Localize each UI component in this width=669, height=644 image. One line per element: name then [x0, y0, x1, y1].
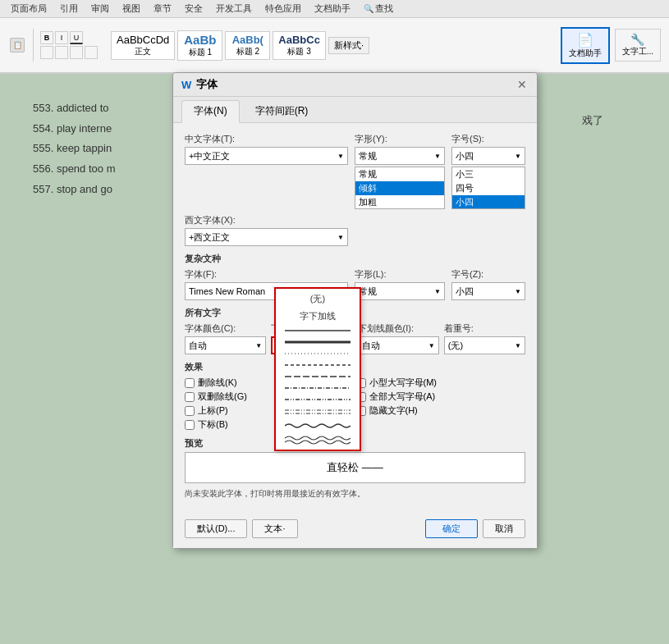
font-color-label: 字体颜色(C): [185, 322, 266, 335]
ribbon-tab-view[interactable]: 视图 [117, 1, 146, 16]
style-input[interactable]: 常规 ▼ [355, 147, 445, 165]
paste-icon[interactable]: 📋 [10, 38, 25, 53]
dash-dot-line-icon [285, 385, 351, 391]
cancel-btn[interactable]: 取消 [483, 519, 525, 538]
tab-font[interactable]: 字体(N) [181, 100, 240, 123]
underline-dash-dot-dot2[interactable] [276, 405, 360, 418]
subscript-checkbox[interactable] [185, 420, 195, 430]
text-tool-btn[interactable]: 🔧 文字工... [615, 29, 661, 62]
size-input[interactable]: 小四 ▼ [451, 147, 525, 165]
western-font-label: 西文字体(X): [185, 214, 525, 226]
style-h1[interactable]: AaBb 标题 1 [177, 30, 222, 61]
dash-dot-dot-line-icon [285, 396, 351, 403]
subscript-label: 下标(B) [198, 418, 228, 431]
emphasis-select[interactable]: (无) ▼ [444, 336, 525, 354]
text-effect-btn[interactable]: 文本· [252, 519, 297, 538]
small-caps-label: 小型大写字母(M) [369, 377, 438, 389]
dashed-line-icon [285, 362, 351, 368]
strikethrough-label: 删除线(K) [198, 377, 237, 389]
new-style-btn[interactable]: 新样式· [328, 37, 369, 54]
strikethrough-checkbox[interactable] [185, 378, 195, 388]
style-option-bold[interactable]: 加粗 [355, 195, 444, 209]
align-left-btn[interactable] [40, 46, 53, 59]
underline-dash-dot[interactable] [276, 382, 360, 394]
ribbon-tab-find[interactable]: 🔍查找 [358, 1, 399, 16]
wavy-line-icon [285, 421, 351, 429]
dialog-tabs: 字体(N) 字符间距(R) [173, 97, 537, 123]
superscript-checkbox[interactable] [185, 406, 195, 416]
chinese-font-select[interactable]: +中文正文 ▼ [185, 147, 348, 165]
doc-assistant-btn[interactable]: 📄 文档助手 [561, 27, 610, 64]
ok-btn[interactable]: 确定 [425, 519, 478, 538]
size-listbox[interactable]: 小三 四号 小四 [451, 167, 525, 209]
ribbon-tab-security[interactable]: 安全 [179, 1, 208, 16]
right-text: 戏了 [582, 113, 603, 128]
underline-dashed[interactable] [276, 359, 360, 371]
font-color-select[interactable]: 自动 ▼ [185, 336, 266, 354]
style-presets: AaBbCcDd 正文 AaBb 标题 1 AaBb( 标题 2 AaBbCc … [111, 30, 369, 61]
dialog-title-text: 字体 [196, 77, 218, 92]
style-h2[interactable]: AaBb( 标题 2 [225, 31, 270, 60]
emphasis-label: 着重号: [444, 322, 525, 335]
ribbon-tab-chapter[interactable]: 章节 [148, 1, 177, 16]
dialog-close-btn[interactable]: ✕ [515, 78, 529, 91]
complex-size-select[interactable]: 小四 ▼ [451, 282, 525, 300]
underline-dash-long[interactable] [276, 371, 360, 382]
underline-solid-thick[interactable] [276, 336, 360, 348]
double-dash-dot-line-icon [285, 408, 351, 416]
underline-wavy[interactable] [276, 418, 360, 432]
size-option-small3[interactable]: 小三 [452, 167, 525, 181]
default-btn[interactable]: 默认(D)... [185, 519, 247, 538]
ribbon-tab-review[interactable]: 审阅 [85, 1, 115, 16]
hidden-row: 隐藏文字(H) [356, 404, 526, 417]
all-caps-row: 全部大写字母(A) [356, 391, 526, 403]
double-strikethrough-checkbox[interactable] [185, 392, 195, 402]
complex-style-label: 字形(L): [355, 268, 445, 281]
underline-color-select[interactable]: 自动 ▼ [358, 336, 439, 354]
complex-font-label: 字体(F): [185, 268, 348, 281]
ribbon-tab-layout[interactable]: 页面布局 [5, 1, 53, 16]
western-font-select[interactable]: +西文正文 ▼ [185, 228, 348, 246]
align-center-btn[interactable] [55, 46, 68, 59]
align-justify-btn[interactable] [85, 46, 98, 59]
style-h3[interactable]: AaBbCc 标题 3 [273, 31, 326, 60]
long-dash-line-icon [285, 373, 351, 380]
size-option-4[interactable]: 四号 [452, 181, 525, 195]
tab-spacing[interactable]: 字符间距(R) [243, 100, 321, 122]
underline-color-label: 下划线颜色(I): [358, 322, 439, 335]
ribbon-tab-reference[interactable]: 引用 [54, 1, 84, 16]
double-wavy-line-icon [285, 434, 351, 445]
style-normal[interactable]: AaBbCcDd 正文 [111, 31, 175, 60]
dialog-title-icon: W [181, 79, 191, 91]
chinese-font-label: 中文字体(T): [185, 133, 348, 145]
note-text: 尚未安装此字体，打印时将用最接近的有效字体。 [185, 488, 525, 500]
underline-dash-dot-dot[interactable] [276, 394, 360, 405]
preview-content: 直轻松 —— [327, 460, 383, 475]
solid-thick-line-icon [285, 339, 351, 345]
style-listbox[interactable]: 常规 倾斜 加粗 [355, 167, 445, 209]
underline-btn[interactable]: U [70, 31, 83, 44]
size-label: 字号(S): [451, 133, 525, 145]
underline-dotted-fine[interactable] [276, 348, 360, 359]
style-option-regular[interactable]: 常规 [355, 167, 444, 181]
size-option-small4[interactable]: 小四 [452, 195, 525, 209]
align-right-btn[interactable] [70, 46, 83, 59]
ribbon-tab-features[interactable]: 特色应用 [259, 1, 307, 16]
ribbon-tab-docassist[interactable]: 文档助手 [309, 1, 356, 16]
style-label: 字形(Y): [355, 133, 445, 145]
underline-solid-thin[interactable] [276, 325, 360, 336]
style-option-italic[interactable]: 倾斜 [355, 181, 444, 195]
complex-style-select[interactable]: 常规 ▼ [355, 282, 445, 300]
underline-dropdown: (无) 字下加线 [274, 287, 361, 451]
underline-none-option[interactable]: (无) [276, 290, 360, 308]
underline-double-wavy[interactable] [276, 432, 360, 448]
dotted-fine-line-icon [285, 350, 351, 357]
complex-section-label: 复杂文种 [185, 253, 525, 265]
underline-word-option[interactable]: 字下加线 [276, 308, 360, 325]
font-bold-btn[interactable]: B [40, 31, 53, 44]
ribbon-tab-developer[interactable]: 开发工具 [210, 1, 258, 16]
dialog-titlebar: W 字体 ✕ [173, 73, 537, 97]
double-strikethrough-label: 双删除线(G) [198, 391, 247, 403]
font-italic-btn[interactable]: I [55, 31, 68, 44]
footer-left: 默认(D)... 文本· [185, 519, 298, 538]
